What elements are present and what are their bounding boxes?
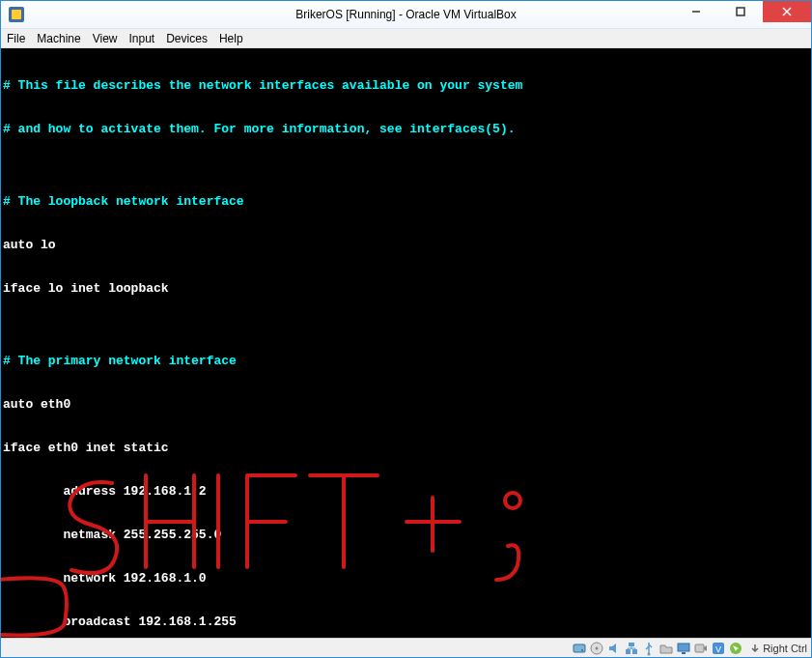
svg-rect-13 <box>678 644 689 651</box>
term-line: iface lo inet loopback <box>1 281 811 296</box>
term-line: # and how to activate them. For more inf… <box>1 122 811 136</box>
svg-point-6 <box>581 649 583 651</box>
menu-machine[interactable]: Machine <box>37 32 80 45</box>
svg-rect-15 <box>695 644 704 652</box>
statusbar: V Right Ctrl <box>1 638 811 657</box>
term-line: address 192.168.1.2 <box>1 484 811 499</box>
shared-folders-icon[interactable] <box>658 641 674 656</box>
minimize-icon <box>691 7 701 16</box>
term-line: # The primary network interface <box>1 354 811 368</box>
term-line: netmask 255.255.255.0 <box>1 528 811 542</box>
term-line: network 192.168.1.0 <box>1 571 811 586</box>
titlebar: BrikerOS [Running] - Oracle VM VirtualBo… <box>1 1 811 29</box>
vboxsvc-icon[interactable]: V <box>711 641 726 656</box>
minimize-button[interactable] <box>674 1 718 22</box>
svg-rect-11 <box>629 643 634 646</box>
host-key-label: Right Ctrl <box>763 643 807 654</box>
menu-view[interactable]: View <box>93 32 118 45</box>
maximize-icon <box>736 7 745 16</box>
network-icon[interactable] <box>624 641 639 656</box>
menubar: File Machine View Input Devices Help <box>1 29 811 48</box>
handwriting-annotation <box>1 48 783 638</box>
close-button[interactable] <box>763 1 811 22</box>
hard-disk-icon[interactable] <box>572 641 587 656</box>
term-line: # The loopback network interface <box>1 194 811 209</box>
term-line: broadcast 192.168.1.255 <box>1 615 811 629</box>
svg-rect-5 <box>574 644 585 652</box>
menu-file[interactable]: File <box>7 32 25 45</box>
svg-text:V: V <box>715 644 721 654</box>
app-icon <box>9 7 24 22</box>
vm-window: BrikerOS [Running] - Oracle VM VirtualBo… <box>0 0 812 658</box>
svg-rect-1 <box>737 8 744 15</box>
menu-input[interactable]: Input <box>129 32 155 45</box>
recording-icon[interactable] <box>693 641 709 656</box>
svg-point-8 <box>596 646 599 649</box>
terminal[interactable]: # This file describes the network interf… <box>1 48 811 638</box>
svg-rect-9 <box>626 649 630 654</box>
display-icon[interactable] <box>676 641 691 656</box>
optical-disk-icon[interactable] <box>589 641 604 656</box>
window-controls <box>674 1 811 28</box>
svg-point-12 <box>648 652 651 655</box>
term-line: # This file describes the network interf… <box>1 78 811 93</box>
host-key-indicator[interactable]: Right Ctrl <box>749 643 807 654</box>
menu-help[interactable]: Help <box>219 32 243 45</box>
svg-rect-10 <box>632 649 637 654</box>
maximize-button[interactable] <box>718 1 763 22</box>
usb-icon[interactable] <box>641 641 657 656</box>
svg-rect-14 <box>682 652 686 654</box>
audio-icon[interactable] <box>606 641 622 656</box>
term-line: auto lo <box>1 238 811 252</box>
mouse-integration-icon[interactable] <box>728 641 743 656</box>
menu-devices[interactable]: Devices <box>166 32 208 45</box>
term-line: auto eth0 <box>1 397 811 412</box>
close-icon <box>782 7 792 16</box>
term-line: iface eth0 inet static <box>1 441 811 455</box>
arrow-down-icon <box>749 643 761 654</box>
